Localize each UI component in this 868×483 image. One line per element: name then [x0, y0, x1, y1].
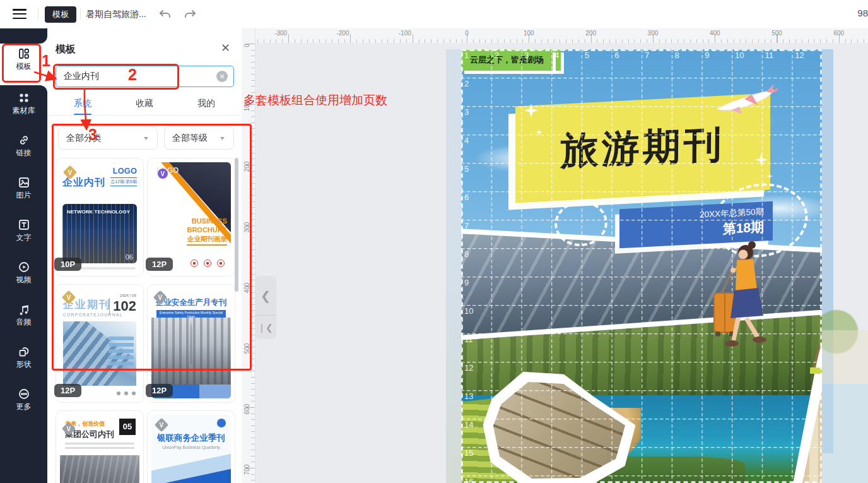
ruler-label: 500 — [746, 30, 807, 37]
search-input[interactable] — [56, 66, 234, 87]
grid-row-label: 5 — [461, 163, 473, 191]
canvas-area[interactable]: 旅游期刊 20XX年总第50期 第18期 舌尖上的流浪地图 地平线外的1C0种可… — [255, 43, 868, 483]
ruler-label: 0 — [436, 30, 498, 37]
top-bar: 模板 暑期自驾旅游... 98 — [0, 0, 868, 28]
grid-row-label: 4 — [461, 134, 473, 163]
sidebar-item-text[interactable]: 文字 — [0, 218, 47, 247]
tab-favorites[interactable]: 收藏 — [122, 98, 167, 116]
collapse-to-edge-icon[interactable]: ❘❮ — [255, 315, 276, 339]
collapse-panel-icon[interactable]: ❮ — [255, 276, 276, 315]
thumbnail-photo — [60, 455, 139, 483]
sidebar-item-images[interactable]: 图片 — [0, 176, 47, 205]
page-count-badge: 12P — [146, 384, 173, 397]
tab-mine[interactable]: 我的 — [184, 98, 229, 116]
template-card-business-brochure[interactable]: V LOGO BUSINESS BROCHURE 企业期刊画册 12P — [147, 158, 235, 277]
ruler-label: 700 — [242, 465, 255, 475]
template-card-qiyeneikan[interactable]: V 企业内刊 LOGO 总12期 第6期 NETWORK TECHNOLOGY … — [56, 158, 144, 277]
undo-icon[interactable] — [158, 6, 173, 21]
ruler-label: 100 — [242, 101, 255, 111]
panel-scrollbar[interactable] — [235, 158, 238, 292]
sidebar-notch-top — [0, 28, 47, 44]
more-icon — [18, 388, 30, 400]
horizontal-ruler: -300-200-1000100200300400500600 — [255, 28, 868, 43]
link-icon — [18, 134, 30, 146]
unionpay-logo — [217, 419, 226, 427]
hamburger-menu-icon[interactable] — [13, 9, 26, 20]
sidebar-item-audio[interactable]: 音频 — [0, 303, 47, 332]
assets-icon — [18, 92, 30, 104]
level-filter-dropdown[interactable]: 全部等级 ▼ — [164, 126, 234, 150]
ruler-label: 400 — [242, 283, 255, 293]
grid-column-label: 8 — [672, 51, 702, 60]
zoom-indicator: 98 — [857, 8, 868, 18]
template-panel: 模板 ✕ ✕ 系统 收藏 我的 全部分类 ▼ 全部等级 ▼ V 企业内刊 LOG… — [47, 28, 242, 483]
sidebar: 模板 素材库 链接 图片 文字 视频 音频 形状 更多 — [0, 28, 47, 483]
ruler-label: 0 — [242, 43, 255, 51]
templates-icon — [18, 47, 30, 60]
headline-chip[interactable]: 云层之下，皆是剧场 — [461, 49, 553, 71]
search-clear-icon[interactable]: ✕ — [216, 71, 228, 82]
ruler-label: 500 — [242, 343, 255, 354]
template-card-safety-monthly[interactable]: V 企业安全生产月专刊 Enterprise Safety Production… — [147, 284, 235, 403]
sidebar-item-more[interactable]: 更多 — [0, 388, 47, 417]
grid-column-label: 9 — [701, 51, 732, 60]
video-icon — [18, 261, 30, 273]
template-card-company-journal[interactable]: V 未来，创造价值 集团公司内刊 05 — [56, 410, 144, 483]
grid-column-label: 12 — [792, 51, 822, 60]
page-overhang-bottom-right — [822, 330, 868, 483]
grid-column-label: 5 — [582, 51, 612, 60]
panel-title: 模板 — [56, 43, 76, 56]
sidebar-item-shapes[interactable]: 形状 — [0, 345, 47, 374]
ruler-label: 200 — [242, 162, 255, 172]
sidebar-item-assets[interactable]: 素材库 — [0, 92, 47, 121]
category-filter-dropdown[interactable]: 全部分类 ▼ — [58, 126, 158, 150]
divider — [80, 8, 81, 20]
panel-collapse-control: ❮ ❘❮ — [255, 276, 276, 339]
airplane-illustration[interactable] — [712, 82, 780, 119]
text-icon — [18, 218, 30, 231]
ruler-label: 100 — [498, 30, 560, 37]
page-count-badge: 12P — [54, 384, 81, 397]
sidebar-item-links[interactable]: 链接 — [0, 134, 47, 163]
grid-column-label: 11 — [762, 51, 792, 60]
tab-system[interactable]: 系统 — [60, 98, 105, 116]
divider — [47, 115, 242, 116]
page-count-badge: 12P — [146, 258, 173, 271]
ruler-label: 200 — [560, 30, 621, 37]
divider — [38, 8, 38, 20]
thumbnail-photo: NETWORK TECHNOLOGY 06 — [62, 204, 137, 263]
ruler-label: -100 — [374, 30, 436, 37]
ruler-label: -300 — [255, 30, 312, 37]
panel-tabs: 系统 收藏 我的 — [60, 98, 229, 116]
chevron-down-icon: ▼ — [143, 135, 150, 141]
grid-column-label: 7 — [642, 51, 672, 60]
grid-row-label: 3 — [461, 106, 473, 134]
grid-column-label: 6 — [611, 51, 642, 60]
thumbnail-photo — [63, 321, 136, 386]
ruler-corner — [242, 28, 255, 43]
sidebar-item-templates[interactable]: 模板 — [0, 47, 47, 76]
vip-badge-icon: V — [155, 418, 169, 432]
design-page[interactable]: 旅游期刊 20XX年总第50期 第18期 舌尖上的流浪地图 地平线外的1C0种可… — [461, 49, 822, 483]
chevron-down-icon: ▼ — [219, 135, 226, 141]
vertical-ruler: 0100200300400500600700 — [242, 43, 255, 483]
page-title[interactable]: 旅游期刊 — [561, 119, 725, 177]
redo-icon[interactable] — [182, 6, 197, 21]
close-icon[interactable]: ✕ — [221, 42, 230, 54]
ruler-label: 600 — [808, 30, 868, 37]
grid-column-label: 10 — [732, 51, 762, 60]
template-mode-badge[interactable]: 模板 — [45, 6, 76, 23]
ruler-label: 400 — [684, 30, 746, 37]
audio-icon — [18, 303, 30, 316]
template-card-corporate-journal[interactable]: V 企业期刊 CORPORATEJOURNAL 202X / 05 102 12… — [56, 284, 144, 403]
ruler-label: 300 — [242, 222, 255, 232]
grid-row-label: 2 — [461, 78, 473, 106]
ruler-label: 600 — [242, 404, 255, 414]
ruler-label: 300 — [622, 30, 684, 37]
thumbnail-photo — [151, 318, 231, 385]
document-title[interactable]: 暑期自驾旅游... — [86, 9, 146, 20]
page-overhang-left — [446, 49, 461, 483]
sidebar-item-video[interactable]: 视频 — [0, 261, 47, 290]
template-card-unionpay-quarterly[interactable]: V 银联商务企业季刊 UnionPay Business Quarterly — [147, 410, 235, 483]
traveler-illustration[interactable] — [704, 237, 780, 354]
